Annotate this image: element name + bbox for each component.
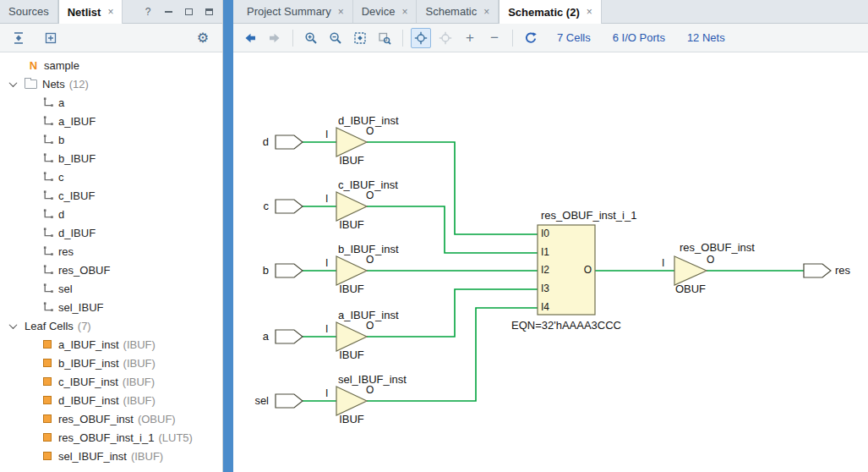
nets-group-label: Nets <box>42 78 65 91</box>
cells-group-count: (7) <box>78 320 91 332</box>
cell-type: (IBUF) <box>123 357 156 370</box>
cell-label: sel_IBUF_inst <box>58 450 127 463</box>
collapse-all-icon[interactable] <box>8 28 29 48</box>
panel-splitter[interactable] <box>223 0 233 472</box>
cells-list: a_IBUF_inst (IBUF) b_IBUF_inst (IBUF) c_… <box>0 335 222 465</box>
tree-item-sample[interactable]: N sample <box>0 56 222 74</box>
tab-netlist[interactable]: Netlist × <box>58 0 123 24</box>
net-label: b <box>58 134 64 146</box>
tree-item-cell[interactable]: sel_IBUF_inst (IBUF) <box>0 447 222 465</box>
nets-group-count: (12) <box>69 78 89 91</box>
tree-item-cell[interactable]: res_OBUF_inst_i_1 (LUT5) <box>0 428 222 447</box>
minus-icon[interactable]: − <box>484 28 505 48</box>
tab-device[interactable]: Device × <box>353 0 418 23</box>
schematic-toolbar: + − 7 Cells 6 I/O Ports 12 Nets <box>233 24 868 52</box>
tree-item-cell[interactable]: res_OBUF_inst (OBUF) <box>0 409 222 428</box>
tree-item-net[interactable]: d <box>0 205 222 223</box>
net-icon <box>43 246 53 256</box>
tree-item-net[interactable]: d_IBUF <box>0 223 222 242</box>
schematic-panel: Project Summary × Device × Schematic × S… <box>233 0 868 472</box>
tab-project-summary[interactable]: Project Summary × <box>238 0 353 23</box>
left-tabbar: Sources Netlist × ? <box>0 0 222 24</box>
cell-label: res_OBUF_inst_i_1 <box>58 431 154 444</box>
zoom-fit-icon[interactable] <box>350 28 370 48</box>
expand-all-icon[interactable] <box>41 28 61 48</box>
close-icon[interactable]: × <box>401 6 407 18</box>
toolbar-separator <box>402 30 403 47</box>
tree-group-leaf-cells[interactable]: Leaf Cells (7) <box>0 316 222 335</box>
tree-item-net[interactable]: sel_IBUF <box>0 298 222 316</box>
net-label: d_IBUF <box>58 227 96 239</box>
schematic-stats: 7 Cells 6 I/O Ports 12 Nets <box>557 31 725 44</box>
folder-icon <box>25 80 37 89</box>
net-icon <box>43 209 53 219</box>
net-label: res <box>58 245 74 258</box>
lut-instance-name: res_OBUF_inst_i_1 <box>541 208 636 222</box>
maximize-icon[interactable] <box>183 7 194 17</box>
net-icon <box>43 265 53 275</box>
float-icon[interactable] <box>204 7 214 17</box>
tree-item-net[interactable]: res <box>0 242 222 261</box>
plus-icon[interactable]: + <box>460 28 480 48</box>
net-label: c <box>58 171 64 184</box>
cell-type: (IBUF) <box>131 450 163 463</box>
close-icon[interactable]: × <box>107 6 113 18</box>
tree-item-net[interactable]: sel <box>0 279 222 298</box>
output-port-label: res <box>835 263 850 277</box>
chevron-down-icon[interactable] <box>9 321 18 329</box>
tree-item-net[interactable]: c <box>0 167 222 186</box>
stat-link[interactable]: 7 Cells <box>557 31 591 44</box>
regenerate-layout-icon[interactable] <box>521 28 541 48</box>
net-label: res_OBUF <box>58 264 110 277</box>
chevron-down-icon[interactable] <box>9 79 18 87</box>
tab-sources[interactable]: Sources <box>0 0 58 23</box>
schematic-canvas[interactable]: d d_IBUF_inst I O IBUF c c_IBUF_inst I O… <box>233 52 868 472</box>
stat-link[interactable]: 12 Nets <box>687 31 725 44</box>
tab-schematic-2[interactable]: Schematic (2) × <box>499 0 602 24</box>
tab-schematic[interactable]: Schematic × <box>417 0 499 23</box>
toolbar-separator <box>512 30 513 47</box>
tree-item-cell[interactable]: d_IBUF_inst (IBUF) <box>0 391 222 409</box>
tree-item-net[interactable]: a <box>0 93 222 112</box>
tree-item-cell[interactable]: a_IBUF_inst (IBUF) <box>0 335 222 354</box>
close-icon[interactable]: × <box>338 6 344 18</box>
tree-item-net[interactable]: c_IBUF <box>0 186 222 205</box>
close-icon[interactable]: × <box>483 6 489 18</box>
tree-root-label: sample <box>44 59 79 72</box>
zoom-in-icon[interactable] <box>301 28 321 48</box>
tree-item-cell[interactable]: b_IBUF_inst (IBUF) <box>0 354 222 372</box>
leaf-cell-icon <box>43 396 52 404</box>
leaf-cell-icon <box>43 377 52 386</box>
tree-item-net[interactable]: b <box>0 130 222 149</box>
back-arrow-icon[interactable] <box>240 28 260 48</box>
settings-gear-icon[interactable]: ⚙ <box>197 31 209 45</box>
tree-item-net[interactable]: a_IBUF <box>0 112 222 130</box>
cell-type: (IBUF) <box>123 338 156 351</box>
net-icon <box>43 116 53 126</box>
right-tabbar: Project Summary × Device × Schematic × S… <box>233 0 868 24</box>
leaf-cell-icon <box>43 433 52 442</box>
forward-arrow-icon[interactable] <box>265 28 285 48</box>
obuf-output-pin-label: O <box>707 253 714 267</box>
zoom-out-icon[interactable] <box>325 28 346 48</box>
tree-item-net[interactable]: b_IBUF <box>0 149 222 167</box>
net-icon <box>43 190 53 200</box>
tree-item-net[interactable]: res_OBUF <box>0 261 222 279</box>
zoom-selection-icon[interactable] <box>374 28 395 48</box>
minimize-icon[interactable] <box>163 7 173 17</box>
close-icon[interactable]: × <box>587 6 592 18</box>
net-label: d <box>58 208 64 221</box>
tree-group-nets[interactable]: Nets (12) <box>0 74 222 93</box>
toolbar-separator <box>292 30 293 47</box>
tab-sources-label: Sources <box>8 5 49 18</box>
help-icon[interactable]: ? <box>143 7 153 17</box>
panel-window-controls: ? <box>143 0 222 23</box>
autofit-selection-icon[interactable] <box>411 28 431 48</box>
tree-item-cell[interactable]: c_IBUF_inst (IBUF) <box>0 372 222 391</box>
schematic-drawing[interactable] <box>233 52 868 472</box>
cell-label: a_IBUF_inst <box>58 338 119 351</box>
expand-cone-icon[interactable] <box>435 28 456 48</box>
netlist-panel: Sources Netlist × ? ⚙ N <box>0 0 223 472</box>
stat-link[interactable]: 6 I/O Ports <box>613 31 665 44</box>
lut-output-pin-label: O <box>576 263 592 277</box>
